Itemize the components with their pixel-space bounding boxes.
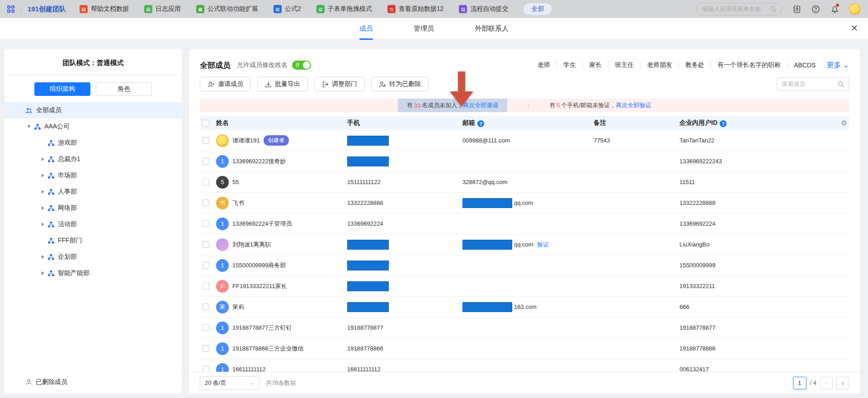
role-tag[interactable]: 学生 [557, 61, 582, 69]
all-apps-pill[interactable]: 全部 [523, 3, 552, 15]
email-help-icon[interactable]: ? [477, 120, 484, 127]
expand-arrow-icon[interactable] [27, 125, 31, 128]
close-icon[interactable]: ✕ [850, 24, 858, 33]
member-name: 飞书 [232, 199, 244, 207]
app-tab[interactable]: ▤流程自动提交 [459, 5, 508, 13]
column-settings-gear-icon[interactable]: ⚙ [835, 119, 849, 127]
tree-item-dept[interactable]: 企划部 [5, 249, 182, 265]
tree-item-label: 企划部 [58, 253, 77, 261]
app-grid-icon[interactable] [7, 5, 14, 13]
avatar [216, 238, 229, 251]
role-tag[interactable]: 教务处 [679, 61, 711, 69]
tree-item-dept[interactable]: 游戏部 [5, 135, 182, 151]
tree-item-dept[interactable]: 智能产能部 [5, 265, 182, 281]
more-roles-button[interactable]: 更多 ⌄ [826, 61, 849, 70]
team-name-link[interactable]: 191创建团队 [28, 5, 66, 14]
row-checkbox[interactable] [203, 303, 209, 310]
rename-toggle[interactable]: 开 [292, 61, 311, 70]
app-tab[interactable]: ◷查看原始数据12 [387, 5, 444, 13]
adjust-department-label: 调整部门 [332, 80, 357, 88]
expand-arrow-icon[interactable] [42, 206, 44, 210]
search-icon [770, 6, 776, 12]
verify-email-link[interactable]: 验证 [537, 241, 549, 249]
role-tag[interactable]: 老师 [531, 61, 557, 69]
role-tag[interactable]: 班主任 [608, 61, 640, 69]
row-checkbox[interactable] [203, 324, 209, 331]
role-button[interactable]: 角色 [96, 82, 152, 96]
adjust-department-button[interactable]: 调整部门 [314, 77, 365, 91]
tree-item-dept[interactable]: 网络部 [5, 200, 182, 216]
global-search-input[interactable]: 请输入应用或表单名称 [696, 3, 782, 15]
col-header-email: 邮箱? [462, 119, 594, 128]
notification-bell-icon[interactable] [830, 5, 839, 14]
app-tab-label: 帮助文档数据 [91, 5, 129, 13]
tree-item-dept[interactable]: 活动部 [5, 216, 182, 232]
app-tab[interactable]: ▥公式2 [274, 5, 301, 13]
tab-成员[interactable]: 成员 [359, 18, 373, 40]
tree-item-label: 游戏部 [58, 139, 77, 147]
role-tag[interactable]: ABCDS [787, 62, 822, 69]
expand-arrow-icon[interactable] [42, 174, 44, 177]
select-all-checkbox[interactable] [203, 120, 209, 127]
app-tab[interactable]: ▤子表单拖拽模式 [316, 5, 372, 13]
row-checkbox[interactable] [203, 158, 209, 165]
row-checkbox[interactable] [203, 241, 209, 248]
prev-page-button[interactable]: ‹ [820, 377, 833, 389]
row-checkbox[interactable] [203, 220, 209, 227]
deleted-members-entry[interactable]: 已删除成员 [5, 370, 182, 393]
row-checkbox[interactable] [203, 262, 209, 269]
expand-arrow-icon[interactable] [42, 190, 44, 194]
tab-外部联系人[interactable]: 外部联系人 [475, 18, 509, 40]
uninvited-notice[interactable]: 有33名成员未加入，再次全部邀请 [398, 99, 507, 112]
invite-member-button[interactable]: 邀请成员 [200, 77, 251, 91]
role-tag[interactable]: 老师朋友 [640, 61, 679, 69]
reinvite-all-link[interactable]: 再次全部邀请 [463, 101, 498, 109]
member-search-placeholder: 搜索成员 [782, 80, 838, 88]
app-tab[interactable]: ▤帮助文档数据 [80, 5, 129, 13]
app-tab-label: 子表单拖拽模式 [328, 5, 372, 13]
app-tab[interactable]: ▦公式联动功能扩展 [196, 5, 258, 13]
userid-cell: 13322228888 [679, 199, 835, 206]
move-to-deleted-button[interactable]: 转为已删除 [371, 77, 429, 91]
role-tag[interactable]: 有一个很长名字的职称 [711, 61, 787, 69]
row-checkbox[interactable] [203, 137, 209, 144]
row-checkbox[interactable] [203, 283, 209, 289]
tab-管理员[interactable]: 管理员 [414, 18, 434, 40]
tree-item-dept[interactable]: FFF部门 [5, 232, 182, 249]
page-size-select[interactable]: 20 条/页⌄ [200, 376, 259, 390]
row-checkbox[interactable] [203, 179, 209, 185]
batch-export-button[interactable]: 批量导出 [257, 77, 308, 91]
reverify-all-link[interactable]: 再次全部验证 [616, 102, 651, 109]
row-checkbox[interactable] [203, 366, 209, 372]
expand-arrow-icon[interactable] [42, 157, 44, 161]
row-checkbox[interactable] [203, 199, 209, 206]
contacts-icon[interactable] [792, 5, 801, 14]
role-tag[interactable]: 家长 [582, 61, 608, 69]
member-name-cell: 刘翔波1离离职 [216, 238, 347, 251]
org-dept-icon [48, 173, 54, 179]
help-icon[interactable] [811, 5, 820, 14]
member-name: 13369692224子管理员 [232, 220, 292, 228]
table-row: 113369692224子管理员1336969222413369692224 [200, 213, 849, 234]
expand-arrow-icon[interactable] [42, 255, 44, 259]
tree-item-dept[interactable]: 市场部 [5, 167, 182, 184]
avatar: 1 [216, 155, 229, 168]
checkbox-cell [200, 324, 216, 331]
expand-arrow-icon[interactable] [42, 223, 44, 226]
app-tab-label: 公式2 [285, 5, 301, 13]
tree-item-dept[interactable]: 总裁办1 [5, 151, 182, 167]
tree-item-dept[interactable]: 人事部 [5, 184, 182, 200]
member-search-input[interactable]: 搜索成员 [777, 77, 849, 91]
tree-item-label: 市场部 [58, 171, 77, 180]
app-tab[interactable]: ▤日志应用 [144, 5, 181, 13]
org-structure-button[interactable]: 组织架构 [34, 82, 90, 96]
next-page-button[interactable]: › [836, 377, 849, 389]
userid-help-icon[interactable]: ? [720, 120, 726, 127]
current-page-input[interactable]: 1 [793, 377, 807, 389]
row-checkbox[interactable] [203, 345, 209, 352]
email-suffix: qq.com [514, 199, 533, 206]
tree-item-dept[interactable]: AAA公司 [5, 118, 182, 135]
expand-arrow-icon[interactable] [42, 271, 44, 275]
user-avatar[interactable] [849, 3, 861, 15]
tree-item-all-members[interactable]: 全部成员 [5, 102, 182, 118]
